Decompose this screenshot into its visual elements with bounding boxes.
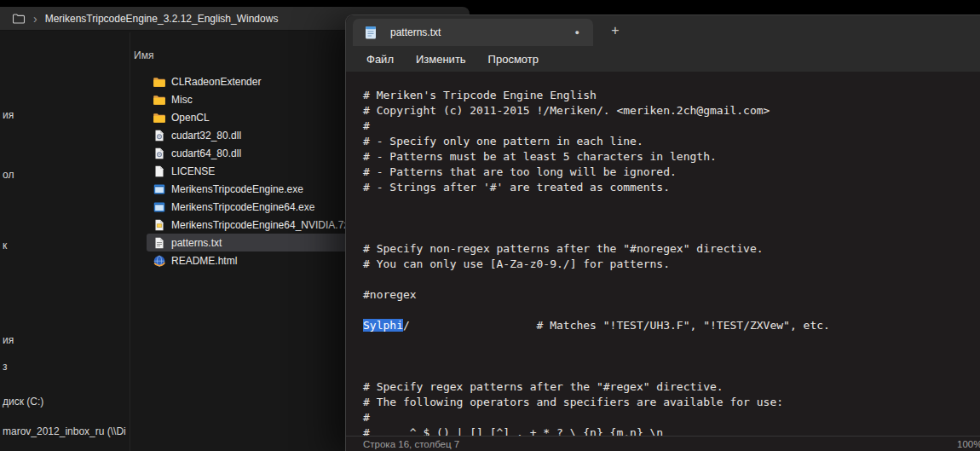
status-bar: Строка 16, столбец 7 100%: [346, 436, 980, 451]
editor-line: #: [363, 119, 980, 134]
file-name: MerikensTripcodeEngine64.exe: [171, 201, 314, 213]
editor-line: [363, 226, 980, 241]
notepad-window: patterns.txt ● + ФайлИзменитьПросмотр # …: [345, 14, 980, 451]
editor-line: #: [363, 410, 980, 425]
nav-item-fragment[interactable]: ол: [3, 169, 14, 181]
editor-line: # The following operators and specifiers…: [363, 395, 980, 410]
html-icon: [153, 254, 166, 268]
pane-splitter[interactable]: [130, 32, 130, 451]
text-editor[interactable]: # Meriken's Tripcode Engine English# Cop…: [346, 72, 980, 436]
tab-patterns-txt[interactable]: patterns.txt ●: [353, 19, 593, 46]
dll-icon: [153, 129, 166, 142]
file-name: patterns.txt: [171, 237, 222, 249]
notepad-tab-strip: patterns.txt ● +: [346, 15, 980, 46]
column-header-name[interactable]: Имя: [134, 49, 153, 61]
file-name: MerikensTripcodeEngine64_NVIDIA.7z: [171, 219, 349, 231]
breadcrumb-folder-icon: [12, 12, 26, 26]
nav-item-fragment[interactable]: к: [3, 240, 7, 252]
editor-line: # Specify regex patterns after the "#reg…: [363, 379, 980, 395]
editor-line: [363, 272, 980, 287]
file-name: CLRadeonExtender: [171, 76, 261, 88]
nav-item-fragment[interactable]: ия: [3, 109, 14, 121]
folder-icon: [153, 111, 166, 124]
breadcrumb-chevron-icon: ›: [33, 13, 37, 25]
nav-item-fragment[interactable]: диск (C:): [3, 396, 43, 408]
editor-line: [363, 349, 980, 364]
desktop: › MerikensTripcodeEngine_3.2.12_English_…: [0, 0, 980, 451]
txt-icon: [153, 236, 166, 250]
breadcrumb[interactable]: MerikensTripcodeEngine_3.2.12_English_Wi…: [45, 13, 279, 25]
unsaved-changes-dot: ●: [575, 28, 579, 37]
editor-line: [363, 211, 980, 226]
archive-icon: [153, 218, 166, 232]
file-name: LICENSE: [171, 165, 215, 177]
dll-icon: [153, 147, 166, 160]
editor-line: [363, 364, 980, 379]
exe-icon: [153, 182, 166, 196]
editor-line: # - Specify only one pattern in each lin…: [363, 134, 980, 149]
editor-line: # - Patterns must be at least 5 characte…: [363, 149, 980, 165]
exe-icon: [153, 200, 166, 214]
editor-line: # Meriken's Tripcode Engine English: [363, 88, 980, 103]
editor-line: # - Patterns that are too long will be i…: [363, 165, 980, 180]
new-tab-button[interactable]: +: [605, 20, 625, 41]
editor-line: # - Strings after '#' are treated as com…: [363, 180, 980, 195]
doc-icon: [153, 165, 166, 178]
file-name: MerikensTripcodeEngine.exe: [171, 183, 303, 195]
menu-файл[interactable]: Файл: [358, 49, 402, 69]
file-name: cudart64_80.dll: [171, 147, 241, 159]
editor-line: [363, 195, 980, 211]
cursor-position-label: Строка 16, столбец 7: [363, 439, 459, 449]
file-name: cudart32_80.dll: [171, 130, 241, 142]
notepad-app-icon: [363, 25, 378, 40]
file-name: README.html: [171, 255, 237, 267]
tab-title: patterns.txt: [390, 26, 441, 38]
menu-просмотр[interactable]: Просмотр: [480, 49, 547, 69]
text-selection: Sylphi: [363, 319, 403, 332]
menu-изменить[interactable]: Изменить: [407, 49, 475, 69]
editor-line: #noregex: [363, 287, 980, 303]
folder-icon: [153, 75, 166, 89]
editor-line: # ^ $ () | [] [^] . + * ? \ {n} {m,n} \n: [363, 425, 980, 436]
nav-item-fragment[interactable]: ия: [3, 334, 14, 346]
editor-line: # Specify non-regex patterns after the "…: [363, 241, 980, 257]
nav-item-fragment[interactable]: з: [3, 361, 8, 373]
folder-icon: [153, 93, 166, 107]
editor-line: # You can only use [A-Za-z0-9./] for pat…: [363, 257, 980, 272]
notepad-menu-bar: ФайлИзменитьПросмотр: [346, 46, 980, 72]
file-name: OpenCL: [171, 112, 210, 124]
file-name: Misc: [171, 94, 193, 106]
zoom-level-label: 100%: [957, 439, 980, 449]
editor-line: Sylphi/ # Matches "!TEST/UH3.F", "!TEST/…: [363, 318, 980, 333]
editor-line: # Copyright (c) 2011-2015 !/Meriken/. <m…: [363, 103, 980, 119]
nav-item-fragment[interactable]: marov_2012_inbox_ru (\\Di: [3, 425, 126, 437]
editor-line: [363, 303, 980, 318]
editor-line: [363, 333, 980, 349]
